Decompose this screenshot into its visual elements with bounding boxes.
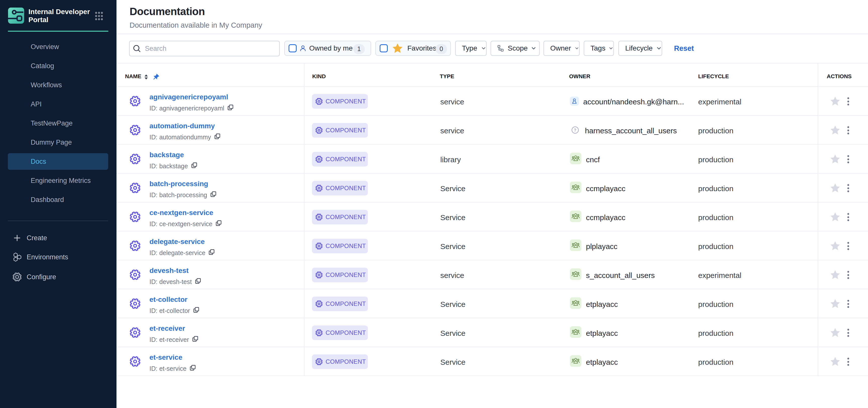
svg-text:?: ?	[574, 128, 577, 132]
